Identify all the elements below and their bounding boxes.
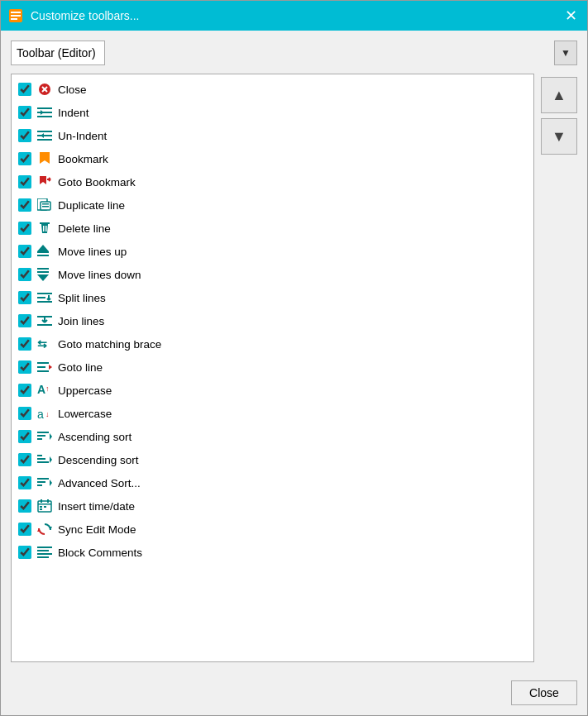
item-label: Indent bbox=[58, 107, 89, 119]
item-label: Advanced Sort... bbox=[58, 477, 141, 489]
item-checkbox[interactable] bbox=[18, 198, 31, 212]
list-item[interactable]: Un-Indent bbox=[12, 124, 533, 147]
list-item[interactable]: Sync Edit Mode bbox=[12, 518, 533, 541]
item-checkbox[interactable] bbox=[18, 407, 31, 420]
svg-rect-74 bbox=[37, 553, 52, 555]
list-item[interactable]: Ascending sort bbox=[12, 425, 533, 448]
item-checkbox[interactable] bbox=[18, 175, 31, 189]
list-item[interactable]: Split lines bbox=[12, 286, 533, 309]
svg-rect-26 bbox=[37, 255, 49, 256]
list-item[interactable]: A↑Uppercase bbox=[12, 379, 533, 402]
svg-rect-64 bbox=[41, 499, 42, 503]
asc-sort-icon bbox=[36, 428, 53, 445]
svg-text:↑: ↑ bbox=[45, 384, 50, 393]
list-item[interactable]: Indent bbox=[12, 101, 533, 124]
move-down-button[interactable]: ▼ bbox=[541, 118, 577, 155]
list-item[interactable]: Delete line bbox=[12, 217, 533, 240]
item-checkbox[interactable] bbox=[18, 268, 31, 281]
item-checkbox[interactable] bbox=[18, 222, 31, 235]
svg-rect-69 bbox=[40, 508, 42, 510]
item-label: Delete line bbox=[58, 222, 111, 235]
item-checkbox[interactable] bbox=[18, 337, 31, 351]
item-checkbox[interactable] bbox=[18, 499, 31, 513]
svg-rect-1 bbox=[11, 12, 21, 13]
main-area: CloseIndentUn-IndentBookmarkGoto Bookmar… bbox=[11, 74, 577, 662]
list-item[interactable]: Descending sort bbox=[12, 448, 533, 471]
item-checkbox[interactable] bbox=[18, 106, 31, 119]
item-checkbox[interactable] bbox=[18, 129, 31, 142]
list-item[interactable]: Join lines bbox=[12, 309, 533, 332]
indent-icon bbox=[36, 104, 53, 121]
svg-rect-22 bbox=[40, 222, 50, 224]
item-checkbox[interactable] bbox=[18, 430, 31, 443]
item-checkbox[interactable] bbox=[18, 314, 31, 327]
list-item[interactable]: Goto line bbox=[12, 356, 533, 379]
svg-rect-51 bbox=[37, 432, 49, 433]
item-checkbox[interactable] bbox=[18, 523, 31, 536]
brace-icon: ⇆ bbox=[36, 336, 53, 352]
join-icon bbox=[36, 313, 53, 329]
adv-sort-icon bbox=[36, 475, 53, 491]
move-up-icon bbox=[36, 243, 53, 260]
item-label: Move lines down bbox=[58, 269, 141, 281]
move-up-button[interactable]: ▲ bbox=[541, 77, 577, 113]
toolbar-select[interactable]: Toolbar (Editor)Toolbar (Global)Toolbar … bbox=[11, 41, 105, 65]
item-checkbox[interactable] bbox=[18, 476, 31, 489]
datetime-icon bbox=[36, 498, 53, 514]
app-icon bbox=[7, 7, 24, 24]
item-checkbox[interactable] bbox=[18, 360, 31, 374]
item-list[interactable]: CloseIndentUn-IndentBookmarkGoto Bookmar… bbox=[11, 74, 534, 662]
item-checkbox[interactable] bbox=[18, 152, 31, 165]
svg-rect-9 bbox=[37, 116, 52, 117]
list-item[interactable]: a↓Lowercase bbox=[12, 402, 533, 425]
svg-rect-20 bbox=[42, 203, 49, 205]
svg-rect-67 bbox=[40, 506, 42, 508]
item-checkbox[interactable] bbox=[18, 546, 31, 559]
svg-marker-62 bbox=[50, 480, 52, 486]
select-arrow-icon: ▼ bbox=[554, 41, 577, 65]
svg-rect-68 bbox=[44, 506, 46, 508]
close-button[interactable]: Close bbox=[511, 680, 577, 705]
list-item[interactable]: Advanced Sort... bbox=[12, 471, 533, 494]
item-checkbox[interactable] bbox=[18, 83, 31, 96]
svg-rect-11 bbox=[37, 131, 52, 132]
svg-rect-45 bbox=[37, 370, 49, 372]
list-item[interactable]: Goto Bookmark bbox=[12, 170, 533, 193]
window-close-button[interactable]: ✕ bbox=[562, 8, 581, 23]
main-window: Customize toolbars... ✕ Toolbar (Editor)… bbox=[0, 0, 588, 716]
list-item[interactable]: Close bbox=[12, 78, 533, 101]
item-label: Un-Indent bbox=[58, 130, 107, 142]
down-arrow-icon: ▼ bbox=[552, 128, 566, 146]
item-label: Block Comments bbox=[58, 547, 142, 559]
item-checkbox[interactable] bbox=[18, 453, 31, 466]
svg-line-36 bbox=[49, 298, 50, 300]
list-item[interactable]: Move lines up bbox=[12, 240, 533, 263]
up-arrow-icon: ▲ bbox=[552, 87, 566, 104]
item-label: Descending sort bbox=[58, 454, 139, 466]
comments-icon bbox=[36, 544, 53, 561]
item-label: Close bbox=[58, 84, 87, 96]
close-icon bbox=[36, 81, 53, 98]
list-item[interactable]: Duplicate line bbox=[12, 193, 533, 217]
item-label: Goto Bookmark bbox=[58, 176, 136, 189]
svg-rect-52 bbox=[37, 435, 45, 437]
list-item[interactable]: Insert time/date bbox=[12, 494, 533, 518]
item-label: Join lines bbox=[58, 315, 104, 327]
desc-sort-icon bbox=[36, 451, 53, 468]
item-label: Insert time/date bbox=[58, 500, 135, 513]
item-checkbox[interactable] bbox=[18, 384, 31, 397]
svg-rect-43 bbox=[37, 362, 49, 364]
svg-rect-29 bbox=[37, 268, 49, 270]
item-checkbox[interactable] bbox=[18, 291, 31, 304]
svg-rect-72 bbox=[37, 547, 52, 548]
svg-rect-25 bbox=[37, 251, 49, 253]
svg-rect-2 bbox=[11, 15, 21, 17]
list-item[interactable]: Block Comments bbox=[12, 541, 533, 564]
svg-rect-61 bbox=[37, 484, 42, 486]
list-item[interactable]: Bookmark bbox=[12, 147, 533, 170]
item-checkbox[interactable] bbox=[18, 245, 31, 258]
list-item[interactable]: ⇆Goto matching brace bbox=[12, 332, 533, 356]
list-item[interactable]: Move lines down bbox=[12, 263, 533, 286]
svg-rect-21 bbox=[42, 206, 49, 208]
title-bar: Customize toolbars... ✕ bbox=[1, 1, 587, 31]
